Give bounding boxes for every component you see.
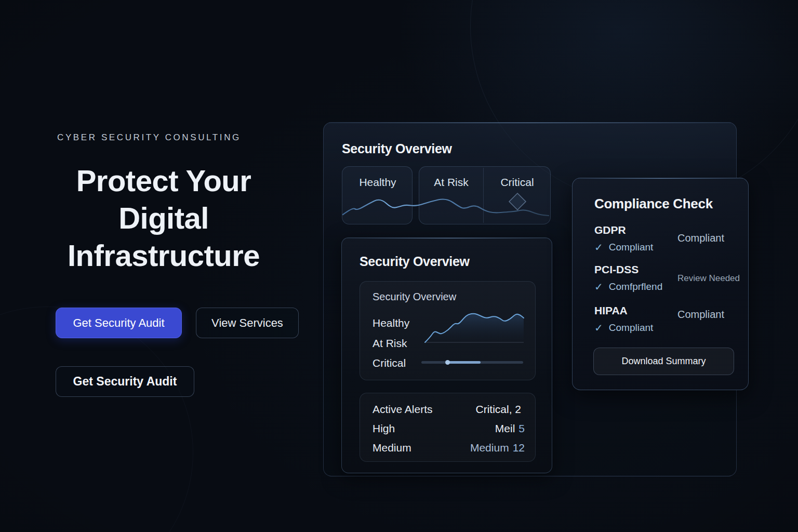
compliance-item-gdpr: GDPR <box>594 224 626 236</box>
critical-slider-fill <box>448 361 481 364</box>
compliance-status-hipaa: ✓ Compliant <box>594 322 653 334</box>
compliance-status-text: Compliant <box>609 322 654 334</box>
status-detail-panel: Security Overview Healthy At Risk Critic… <box>360 281 536 380</box>
alert-count: 12 <box>513 442 525 454</box>
compliance-item-hipaa: HIPAA <box>594 304 628 317</box>
overview-sparkline-chart <box>342 177 551 224</box>
compliance-value-hipaa: Compliant <box>677 309 724 321</box>
check-icon: ✓ <box>594 322 603 334</box>
compliance-status-text: Comfprflend <box>609 281 663 292</box>
compliance-value-pci-dss: Review Needed <box>677 273 740 284</box>
status-row-critical: Critical <box>373 357 406 369</box>
critical-slider[interactable] <box>421 361 523 364</box>
get-security-audit-secondary-button[interactable]: Get Security Audit <box>56 366 194 397</box>
page-background: CYBER SECURITY CONSULTING Protect Your D… <box>0 0 798 532</box>
alert-label: High <box>373 422 395 435</box>
active-alerts-panel: Active Alerts Critical, 2 High Meil5 Med… <box>360 393 536 462</box>
compliance-status-text: Compliant <box>609 242 654 253</box>
alert-count: 5 <box>518 422 525 434</box>
compliance-card-title: Compliance Check <box>594 196 713 212</box>
critical-slider-handle[interactable] <box>445 360 450 365</box>
view-services-button[interactable]: View Services <box>196 308 299 338</box>
page-title: Protect Your Digital Infrastructure <box>26 162 301 274</box>
get-security-audit-button[interactable]: Get Security Audit <box>56 308 182 338</box>
status-card-title: Security Overview <box>360 254 470 269</box>
security-overview-card-title: Security Overview <box>342 141 452 156</box>
decorative-arc-bottom-left <box>0 307 193 532</box>
alert-label: Active Alerts <box>373 403 433 416</box>
compliance-item-pci-dss: PCI-DSS <box>594 263 639 276</box>
alert-row-high: High Meil5 <box>373 422 525 435</box>
alert-value: Critical, 2 <box>475 403 521 415</box>
download-summary-button[interactable]: Download Summary <box>593 348 734 375</box>
hero-eyebrow: CYBER SECURITY CONSULTING <box>57 132 241 143</box>
status-trend-chart <box>424 310 524 343</box>
status-panel-title: Security Overview <box>373 291 456 303</box>
alert-label: Medium <box>373 442 411 454</box>
compliance-value-gdpr: Compliant <box>677 232 724 244</box>
check-icon: ✓ <box>594 241 603 254</box>
alert-row-active: Active Alerts Critical, 2 <box>373 403 525 416</box>
compliance-status-pci-dss: ✓ Comfprflend <box>594 281 662 293</box>
title-line-3: Infrastructure <box>26 237 301 274</box>
alert-value: Medium <box>470 442 509 454</box>
critical-diamond-marker <box>509 193 526 210</box>
check-icon: ✓ <box>594 281 603 293</box>
compliance-status-gdpr: ✓ Compliant <box>594 241 653 254</box>
alert-value: Meil <box>495 422 515 434</box>
title-line-1: Protect Your <box>26 162 301 200</box>
alert-row-medium: Medium Medium12 <box>373 442 525 454</box>
compliance-check-card: Compliance Check GDPR ✓ Compliant Compli… <box>572 178 749 390</box>
title-line-2: Digital <box>26 200 301 237</box>
status-row-at-risk: At Risk <box>373 337 407 350</box>
status-row-healthy: Healthy <box>373 317 409 329</box>
security-status-card: Security Overview Security Overview Heal… <box>341 237 552 473</box>
